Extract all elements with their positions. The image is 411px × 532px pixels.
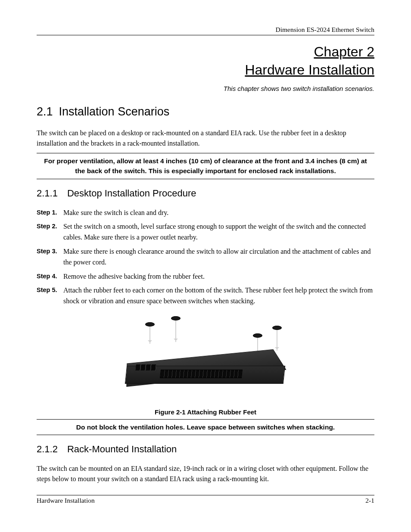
step-item: Step 4. Remove the adhesive backing from… [37,271,374,282]
page: Dimension ES-2024 Ethernet Switch Chapte… [0,0,411,532]
step-label: Step 4. [37,271,62,281]
section-2-1-body: The switch can be placed on a desktop or… [37,128,374,149]
chapter-title-text: Hardware Installation [245,62,374,78]
rubber-foot-icon [272,326,282,330]
header-product: Dimension ES-2024 Ethernet Switch [37,26,374,34]
arrow-icon [175,320,176,342]
step-item: Step 1. Make sure the switch is clean an… [37,208,374,218]
stacking-warning: Do not block the ventilation holes. Leav… [37,419,374,435]
rubber-foot-icon [145,322,155,327]
rubber-foot-icon [253,333,262,338]
step-item: Step 2. Set the switch on a smooth, leve… [37,221,374,243]
step-label: Step 3. [37,246,62,256]
subsection-number: 2.1.1 [37,188,58,199]
section-2-1-heading: 2.1Installation Scenarios [37,105,374,118]
header-rule: Dimension ES-2024 Ethernet Switch [37,26,374,35]
rubber-foot-icon [171,316,181,320]
arrow-icon [149,327,150,344]
section-number: 2.1 [37,105,53,118]
switch-ports [135,364,156,370]
footer-page-number: 2-1 [365,497,374,504]
step-text: Make sure the switch is clean and dry. [62,208,374,218]
step-text: Make sure there is enough clearance arou… [62,246,374,268]
switch-illustration [115,313,296,403]
footer-title: Hardware Installation [37,497,95,504]
step-text: Remove the adhesive backing from the rub… [62,271,374,282]
step-item: Step 3. Make sure there is enough cleara… [37,246,374,268]
subsection-title: Rack-Mounted Installation [67,444,177,454]
section-2-1-1-heading: 2.1.1Desktop Installation Procedure [37,188,374,199]
figure-caption: Figure 2-1 Attaching Rubber Feet [37,408,374,416]
chapter-heading: Chapter 2 Hardware Installation [37,43,374,79]
arrow-icon [277,330,277,351]
switch-ports [160,370,243,378]
step-label: Step 5. [37,285,62,295]
step-text: Attach the rubber feet to each corner on… [62,285,374,307]
steps-list: Step 1. Make sure the switch is clean an… [37,208,374,307]
step-label: Step 2. [37,221,62,231]
section-2-1-2-body: The switch can be mounted on an EIA stan… [37,464,374,484]
step-item: Step 5. Attach the rubber feet to each c… [37,285,374,307]
step-text: Set the switch on a smooth, level surfac… [62,221,374,243]
ventilation-warning: For proper ventilation, allow at least 4… [37,153,374,179]
step-label: Step 1. [37,208,62,217]
figure-2-1 [37,313,374,405]
chapter-label: Chapter 2 [314,44,374,59]
subsection-title: Desktop Installation Procedure [67,188,196,199]
subsection-number: 2.1.2 [37,444,58,455]
footer: Hardware Installation 2-1 [37,495,374,504]
chapter-subtitle: This chapter shows two switch installati… [37,85,374,92]
section-2-1-2-heading: 2.1.2Rack-Mounted Installation [37,444,374,455]
section-title: Installation Scenarios [59,105,170,118]
